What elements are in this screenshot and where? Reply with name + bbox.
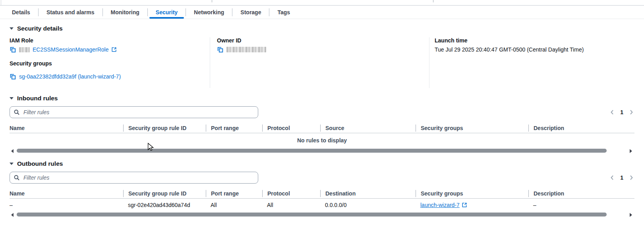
copy-icon[interactable] [10, 46, 16, 53]
outbound-pagination: 1 [609, 174, 634, 181]
cell-security-groups: launch-wizard-7 [416, 202, 528, 208]
triangle-right-icon[interactable] [630, 213, 632, 217]
panel-left-border [1, 0, 1, 6]
tab-security[interactable]: Security [148, 6, 186, 19]
copy-icon[interactable] [10, 73, 16, 80]
launch-time-label: Launch time [435, 37, 634, 44]
redacted-owner-id [226, 47, 266, 52]
chevron-right-icon[interactable] [628, 174, 634, 181]
cell-destination: 0.0.0.0/0 [320, 202, 416, 208]
tab-tags[interactable]: Tags [269, 6, 298, 19]
tab-status-and-alarms[interactable]: Status and alarms [39, 6, 102, 19]
search-icon [14, 109, 20, 117]
page-number[interactable]: 1 [620, 109, 623, 115]
chevron-right-icon[interactable] [628, 109, 634, 115]
outbound-horizontal-scrollbar [10, 212, 634, 217]
column-header-security-groups[interactable]: Security groups [416, 190, 528, 197]
inbound-filter-input[interactable] [10, 106, 258, 118]
section-title-label: Inbound rules [17, 95, 58, 102]
iam-role-field: IAM Role EC2SSMSessionManagerRole [10, 37, 210, 53]
outbound-filter-input[interactable] [10, 172, 258, 184]
triangle-down-icon [10, 97, 14, 100]
tab-storage[interactable]: Storage [232, 6, 269, 19]
column-header-name[interactable]: Name [10, 190, 123, 197]
external-link-icon[interactable] [111, 47, 117, 52]
scrollbar-thumb[interactable] [17, 213, 607, 217]
tab-details[interactable]: Details [4, 6, 38, 19]
scrollbar-thumb[interactable] [17, 149, 607, 153]
outbound-toolbar: 1 [10, 172, 634, 184]
inbound-horizontal-scrollbar [10, 148, 634, 153]
inbound-filter [10, 106, 258, 118]
triangle-left-icon[interactable] [11, 149, 14, 153]
panel-column-divider [212, 0, 212, 2]
iam-role-label: IAM Role [10, 37, 210, 44]
iam-role-link[interactable]: EC2SSMSessionManagerRole [33, 46, 108, 53]
triangle-right-icon[interactable] [630, 149, 632, 153]
outbound-rules-table: Name Security group rule ID Port range P… [10, 188, 634, 217]
security-groups-field: Security groups sg-0aa22382dfdd32a9f (la… [10, 60, 210, 80]
search-icon [14, 174, 20, 182]
column-header-rule-id[interactable]: Security group rule ID [123, 190, 206, 197]
inbound-table-header: Name Security group rule ID Port range P… [10, 123, 634, 133]
outbound-rules-header[interactable]: Outbound rules [10, 160, 634, 168]
external-link-icon[interactable] [462, 202, 467, 208]
tab-networking[interactable]: Networking [186, 6, 232, 19]
column-header-protocol[interactable]: Protocol [262, 190, 320, 197]
column-header-port-range[interactable]: Port range [206, 190, 262, 197]
column-header-name[interactable]: Name [10, 125, 123, 132]
cell-rule-id: sgr-02e420ad43d60a74d [123, 202, 206, 208]
empty-state-message: No rules to display [10, 133, 634, 148]
inbound-rules-table: Name Security group rule ID Port range P… [10, 123, 634, 153]
security-details-column-2: Owner ID [210, 37, 429, 88]
security-details-header[interactable]: Security details [10, 25, 634, 33]
column-header-destination[interactable]: Destination [320, 190, 416, 197]
column-header-port-range[interactable]: Port range [206, 125, 262, 132]
cell-protocol: All [262, 202, 320, 208]
column-header-source[interactable]: Source [320, 125, 416, 132]
cell-port-range: All [206, 202, 262, 208]
cell-description: – [528, 202, 634, 208]
column-header-rule-id[interactable]: Security group rule ID [123, 125, 206, 132]
section-title-label: Outbound rules [17, 160, 63, 167]
security-groups-label: Security groups [10, 60, 210, 67]
chevron-left-icon[interactable] [609, 109, 615, 115]
column-header-description[interactable]: Description [528, 125, 634, 132]
section-title-label: Security details [17, 25, 63, 32]
launch-time-value: Tue Jul 29 2025 20:40:47 GMT-0500 (Centr… [435, 46, 634, 53]
column-header-protocol[interactable]: Protocol [262, 125, 320, 132]
security-group-link[interactable]: launch-wizard-7 [420, 202, 460, 208]
column-header-description[interactable]: Description [528, 190, 634, 197]
page-number[interactable]: 1 [620, 174, 623, 181]
table-row: – sgr-02e420ad43d60a74d All All 0.0.0.0/… [10, 199, 634, 211]
top-panel-edge [0, 0, 644, 6]
chevron-left-icon[interactable] [609, 174, 615, 181]
launch-time-field: Launch time Tue Jul 29 2025 20:40:47 GMT… [435, 37, 634, 53]
inbound-rules-header[interactable]: Inbound rules [10, 94, 634, 102]
triangle-left-icon[interactable] [11, 213, 14, 217]
redacted-iam-role-prefix [19, 47, 30, 52]
cell-name: – [10, 202, 123, 208]
security-details-column-1: IAM Role EC2SSMSessionManagerRole Securi… [10, 37, 210, 88]
inbound-toolbar: 1 [10, 106, 634, 118]
security-group-link[interactable]: sg-0aa22382dfdd32a9f (launch-wizard-7) [19, 73, 121, 80]
owner-id-label: Owner ID [217, 37, 429, 44]
inbound-pagination: 1 [609, 109, 634, 115]
copy-icon[interactable] [217, 46, 224, 53]
instance-detail-tabs: Details Status and alarms Monitoring Sec… [0, 6, 644, 19]
panel-column-divider [433, 0, 433, 2]
tab-monitoring[interactable]: Monitoring [103, 6, 147, 19]
outbound-filter [10, 172, 258, 184]
triangle-down-icon [10, 27, 14, 30]
column-header-security-groups[interactable]: Security groups [416, 125, 528, 132]
security-details-column-3: Launch time Tue Jul 29 2025 20:40:47 GMT… [429, 37, 634, 88]
outbound-table-header: Name Security group rule ID Port range P… [10, 188, 634, 199]
triangle-down-icon [10, 163, 14, 165]
owner-id-field: Owner ID [217, 37, 429, 53]
security-details-columns: IAM Role EC2SSMSessionManagerRole Securi… [10, 37, 634, 88]
